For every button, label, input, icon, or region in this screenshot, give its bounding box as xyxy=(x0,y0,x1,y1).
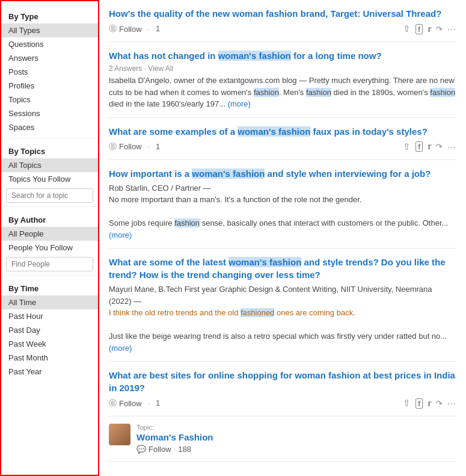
highlight-3: woman's fashion xyxy=(238,126,310,137)
download-icon-1[interactable]: ⇧ xyxy=(403,23,411,34)
sidebar-item-past-day[interactable]: Past Day xyxy=(1,323,98,337)
follow-count-3: 1 xyxy=(156,143,160,151)
sidebar-item-all-people[interactable]: All People xyxy=(1,227,98,241)
share-icon-6[interactable]: ↷ xyxy=(436,399,443,408)
facebook-icon-3[interactable]: f xyxy=(415,141,423,152)
download-icon-3[interactable]: ⇧ xyxy=(403,141,411,152)
highlight-5a: fashioned xyxy=(241,308,274,317)
facebook-icon-6[interactable]: f xyxy=(415,398,423,409)
follow-label-6[interactable]: Follow xyxy=(119,399,142,408)
sidebar-item-questions[interactable]: Questions xyxy=(1,37,98,51)
follow-button-1[interactable]: Ⓑ Follow xyxy=(109,23,142,34)
highlight-5: woman's fashion xyxy=(228,257,301,267)
action-row-3: Ⓑ Follow · 1 ⇧ f 𝕣 ↷ ··· xyxy=(109,141,456,152)
sidebar-item-past-hour[interactable]: Past Hour xyxy=(1,309,98,323)
topic-label-1: Topic: xyxy=(136,424,456,431)
result-title-5[interactable]: What are some of the latest woman's fash… xyxy=(109,256,456,281)
sidebar-item-posts[interactable]: Posts xyxy=(1,65,98,79)
result-item-4: How important is a woman's fashion and s… xyxy=(109,160,456,249)
rss-icon-3: Ⓑ xyxy=(109,141,117,152)
twitter-icon-1[interactable]: 𝕣 xyxy=(428,25,431,34)
result-title-1[interactable]: How's the quality of the new woman fashi… xyxy=(109,7,456,20)
topic-content-1: Topic: Woman's Fashion 💬 Follow · 188 xyxy=(136,424,456,454)
download-icon-6[interactable]: ⇧ xyxy=(403,398,411,409)
sidebar-item-past-year[interactable]: Past Year xyxy=(1,365,98,379)
topic-item-1: Topic: Woman's Fashion 💬 Follow · 188 xyxy=(109,416,456,462)
answers-meta-2: 2 Answers · View All xyxy=(109,64,456,73)
result-title-3[interactable]: What are some examples of a woman's fash… xyxy=(109,125,456,138)
follow-label-3[interactable]: Follow xyxy=(119,142,142,151)
rss-icon-1: Ⓑ xyxy=(109,23,117,34)
more-link-2[interactable]: (more) xyxy=(228,99,251,108)
more-link-5[interactable]: (more) xyxy=(109,344,132,353)
more-icon-3[interactable]: ··· xyxy=(447,142,456,152)
action-icons-3: ⇧ f 𝕣 ↷ ··· xyxy=(403,141,456,152)
result-item-6: What are best sites for online shopping … xyxy=(109,362,456,416)
result-item-5: What are some of the latest woman's fash… xyxy=(109,249,456,362)
sidebar-item-all-topics[interactable]: All Topics xyxy=(1,158,98,172)
follow-count-6: 1 xyxy=(156,399,160,407)
search-topic-input[interactable] xyxy=(6,188,93,203)
highlight-2: woman's fashion xyxy=(218,51,291,61)
by-time-heading: By Time xyxy=(1,279,98,295)
divider-3 xyxy=(1,275,98,276)
divider-1 xyxy=(1,138,98,138)
result-title-6[interactable]: What are best sites for online shopping … xyxy=(109,369,456,394)
sidebar-item-topics-you-follow[interactable]: Topics You Follow xyxy=(1,172,98,186)
topic-name-1[interactable]: Woman's Fashion xyxy=(136,432,456,442)
follow-count-1: 1 xyxy=(156,25,160,33)
by-author-heading: By Author xyxy=(1,211,98,227)
facebook-icon-1[interactable]: f xyxy=(415,24,423,34)
result-item-2: What has not changed in woman's fashion … xyxy=(109,42,456,118)
more-icon-6[interactable]: ··· xyxy=(447,398,456,408)
dot-6: · xyxy=(148,399,150,408)
more-icon-1[interactable]: ··· xyxy=(447,24,456,34)
highlight-4: woman's fashion xyxy=(192,168,265,179)
sidebar-item-topics[interactable]: Topics xyxy=(1,93,98,107)
find-people-input[interactable] xyxy=(6,257,93,271)
topic-avatar-img-1 xyxy=(109,424,130,445)
sidebar-item-profiles[interactable]: Profiles xyxy=(1,79,98,93)
sidebar-item-all-time[interactable]: All Time xyxy=(1,295,98,309)
snippet-4: Rob Starlin, CEO / Partner — No more imp… xyxy=(109,182,456,241)
by-type-heading: By Type xyxy=(1,7,98,23)
sidebar: By Type All Types Questions Answers Post… xyxy=(0,0,99,476)
sidebar-item-sessions[interactable]: Sessions xyxy=(1,107,98,120)
topic-follow-label-1[interactable]: Follow xyxy=(149,445,171,454)
topic-follow-row-1: 💬 Follow · 188 xyxy=(136,445,456,454)
snippet-5: Mayuri Mane, B.Tech First year Graphic D… xyxy=(109,283,456,354)
topic-comment-icon-1: 💬 xyxy=(136,445,146,454)
sidebar-item-answers[interactable]: Answers xyxy=(1,51,98,65)
follow-label-1[interactable]: Follow xyxy=(119,25,142,34)
sidebar-item-people-you-follow[interactable]: People You Follow xyxy=(1,241,98,255)
more-link-4[interactable]: (more) xyxy=(109,230,132,240)
dot-1: · xyxy=(148,25,150,34)
snippet-orange-5: I think the old retro trends and the old… xyxy=(109,308,355,317)
sidebar-item-spaces[interactable]: Spaces xyxy=(1,120,98,134)
twitter-icon-3[interactable]: 𝕣 xyxy=(428,142,431,151)
rss-icon-6: Ⓑ xyxy=(109,398,117,409)
action-row-1: Ⓑ Follow · 1 ⇧ f 𝕣 ↷ ··· xyxy=(109,23,456,34)
topic-dot-1: · xyxy=(174,445,176,454)
sidebar-item-past-month[interactable]: Past Month xyxy=(1,351,98,365)
action-row-6: Ⓑ Follow · 1 ⇧ f 𝕣 ↷ ··· xyxy=(109,398,456,409)
share-icon-1[interactable]: ↷ xyxy=(436,25,443,34)
share-icon-3[interactable]: ↷ xyxy=(436,142,443,151)
highlight-2b: fashion xyxy=(306,88,331,97)
sidebar-item-past-week[interactable]: Past Week xyxy=(1,337,98,351)
dot-3: · xyxy=(148,142,150,151)
follow-button-6[interactable]: Ⓑ Follow xyxy=(109,398,142,409)
highlight-2c: fashion xyxy=(430,88,455,97)
snippet-2: Isabella D'Angelo, owner of the extantgo… xyxy=(109,75,456,110)
by-topics-heading: By Topics xyxy=(1,142,98,158)
twitter-icon-6[interactable]: 𝕣 xyxy=(428,399,431,408)
follow-button-3[interactable]: Ⓑ Follow xyxy=(109,141,142,152)
result-title-4[interactable]: How important is a woman's fashion and s… xyxy=(109,167,456,180)
result-title-2[interactable]: What has not changed in woman's fashion … xyxy=(109,49,456,62)
topic-follow-count-1: 188 xyxy=(178,445,191,454)
sidebar-item-all-types[interactable]: All Types xyxy=(1,23,98,37)
action-icons-6: ⇧ f 𝕣 ↷ ··· xyxy=(403,398,456,409)
highlight-4a: fashion xyxy=(174,218,200,227)
author-2: Isabella D'Angelo, owner of the extantgo… xyxy=(109,76,297,85)
topic-avatar-1 xyxy=(109,424,130,445)
